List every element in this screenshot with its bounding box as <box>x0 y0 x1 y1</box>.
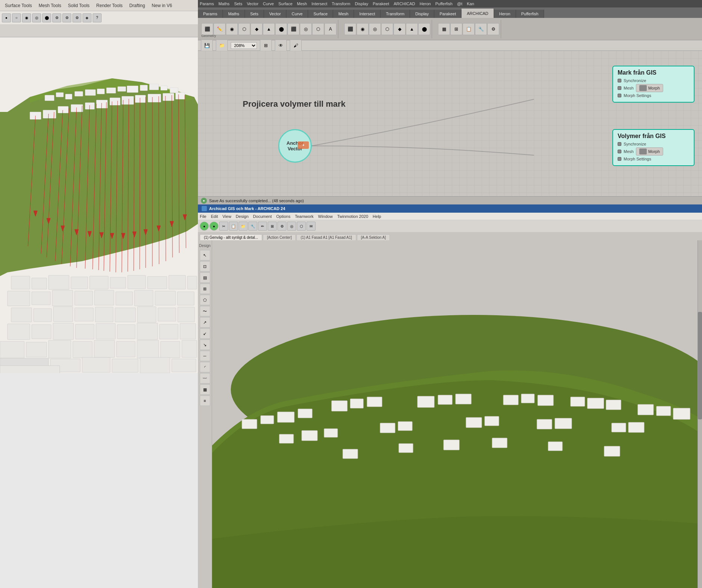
gh-tb-icon-p7[interactable]: ⬤ <box>418 23 430 35</box>
ac-tb-icon-9[interactable]: ⚙ <box>277 222 286 231</box>
ac-menu-document[interactable]: Document <box>253 214 272 219</box>
gh-menu-at[interactable]: @t <box>457 1 462 6</box>
gh-volymer-morph-btn[interactable]: Morph <box>636 147 663 156</box>
gh-menu-heron[interactable]: Heron <box>420 1 431 6</box>
gh-menu-surface[interactable]: Surface <box>278 1 292 6</box>
ac-tb-icon-6[interactable]: 🔧 <box>248 222 257 231</box>
ac-menu-design[interactable]: Design <box>236 214 248 219</box>
gh-tab-mesh[interactable]: Mesh <box>333 10 354 18</box>
rhino-icon-6[interactable]: ⚙ <box>52 13 61 22</box>
gh-menu-intersect[interactable]: Intersect <box>311 1 327 6</box>
ac-tb-icon-5[interactable]: 📁 <box>239 222 248 231</box>
ac-tool-wall[interactable]: ▤ <box>200 272 210 283</box>
gh-mark-morph-settings-port[interactable] <box>618 94 621 97</box>
rhino-icon-7[interactable]: ⚙ <box>62 13 71 22</box>
gh-menu-archicad[interactable]: ARCHICAD <box>394 1 415 6</box>
gh-tb-icon-p4[interactable]: ⬡ <box>381 23 393 35</box>
gh-tb-icon-5[interactable]: ◆ <box>251 23 263 35</box>
gh-menu-curve[interactable]: Curve <box>263 1 274 6</box>
drafting-tab[interactable]: Drafting <box>126 2 148 9</box>
gh-grid-icon[interactable]: ⊞ <box>260 40 272 51</box>
gh-tab-sets[interactable]: Sets <box>245 10 264 18</box>
ac-tool-spline[interactable]: 〰 <box>200 373 210 384</box>
gh-tb-icon-4[interactable]: ⬡ <box>238 23 250 35</box>
gh-mark-node[interactable]: Mark från GIS Synchronize Mesh Morph Mor… <box>612 66 695 103</box>
gh-tab-surface[interactable]: Surface <box>308 10 333 18</box>
ac-tool-arrow1[interactable]: ↗ <box>200 317 210 328</box>
rhino-icon-9[interactable]: ◈ <box>83 13 91 22</box>
gh-mark-morph-btn[interactable]: Morph <box>636 84 663 92</box>
ac-tb-icon-2[interactable]: ● <box>209 222 218 231</box>
ac-menu-help[interactable]: Help <box>373 214 381 219</box>
rhino-icon-1[interactable]: ● <box>2 13 11 22</box>
ac-tb-icon-4[interactable]: 📋 <box>229 222 238 231</box>
ac-menu-options[interactable]: Options <box>276 214 291 219</box>
ac-menu-edit[interactable]: Edit <box>211 214 218 219</box>
gh-tb-icon-i5[interactable]: ⚙ <box>487 23 499 35</box>
ac-tb-icon-1[interactable]: ● <box>200 222 209 231</box>
gh-volymer-morph-settings-port[interactable] <box>618 157 621 161</box>
gh-menu-mesh[interactable]: Mesh <box>297 1 307 6</box>
gh-tb-icon-10[interactable]: ⬡ <box>312 23 324 35</box>
gh-tb-icon-3[interactable]: ◉ <box>226 23 238 35</box>
mesh-tools-tab[interactable]: Mesh Tools <box>36 2 64 9</box>
gh-menu-vector[interactable]: Vector <box>247 1 258 6</box>
gh-tb-icon-1[interactable]: ⬛ <box>201 23 213 35</box>
gh-tab-curve[interactable]: Curve <box>286 10 308 18</box>
ac-3d-viewport[interactable] <box>212 240 702 588</box>
ac-tb-icon-11[interactable]: ⬡ <box>297 222 306 231</box>
gh-canvas[interactable]: Projicera volymer till mark Anchor Vecto… <box>198 51 702 196</box>
rhino-icon-8[interactable]: ⚙ <box>72 13 81 22</box>
gh-tb-icon-i3[interactable]: 📋 <box>463 23 475 35</box>
gh-menu-display[interactable]: Display <box>355 1 368 6</box>
gh-tab-archicad[interactable]: ARCHICAD <box>462 9 494 18</box>
gh-tb-icon-i4[interactable]: 🔧 <box>475 23 487 35</box>
ac-tool-stairs[interactable]: ≡ <box>200 395 210 406</box>
rhino-3d-viewport[interactable] <box>0 37 198 373</box>
gh-menu-pufferfish[interactable]: Pufferfish <box>435 1 453 6</box>
gh-tab-transform[interactable]: Transform <box>380 10 410 18</box>
gh-menu-maths[interactable]: Maths <box>218 1 230 6</box>
ac-tab-genvag[interactable]: (1) Genväg - allt synligt & detal... <box>200 234 262 240</box>
ac-menu-file[interactable]: File <box>200 214 206 219</box>
gh-volymer-mesh-port[interactable] <box>618 150 621 153</box>
ac-menu-view[interactable]: View <box>223 214 232 219</box>
ac-tool-grid[interactable]: ⊞ <box>200 284 210 294</box>
ac-tab-action-center[interactable]: [Action Center] <box>263 234 296 240</box>
gh-tab-maths[interactable]: Maths <box>223 10 245 18</box>
ac-tb-icon-3[interactable]: ✂ <box>219 222 228 231</box>
ac-tool-polygon[interactable]: ⬠ <box>200 295 210 305</box>
gh-tb-icon-9[interactable]: ◎ <box>300 23 312 35</box>
gh-tb-icon-7[interactable]: ⬤ <box>275 23 287 35</box>
gh-tb-icon-11[interactable]: A <box>324 23 336 35</box>
gh-file-icon[interactable]: 📁 <box>216 40 228 51</box>
ac-tool-cursor[interactable]: ↖ <box>200 250 210 260</box>
ac-tool-arc[interactable]: ◜ <box>200 362 210 372</box>
ac-tb-icon-10[interactable]: ◎ <box>287 222 296 231</box>
ac-tab-sektion[interactable]: [A-A Sektion A] <box>357 234 390 240</box>
render-tools-tab[interactable]: Render Tools <box>93 2 126 9</box>
gh-tab-intersect[interactable]: Intersect <box>354 10 380 18</box>
gh-menu-kan[interactable]: Kan <box>467 1 474 6</box>
gh-volymer-node[interactable]: Volymer från GIS Synchronize Mesh Morph … <box>612 129 695 166</box>
ac-menu-twinmotion[interactable]: Twinmotion 2020 <box>337 214 368 219</box>
gh-tb-icon-i2[interactable]: ⊞ <box>450 23 462 35</box>
gh-eye-icon[interactable]: 👁 <box>275 40 287 51</box>
ac-tool-line[interactable]: ─ <box>200 351 210 361</box>
rhino-icon-10[interactable]: ? <box>93 13 102 22</box>
gh-tab-vector[interactable]: Vector <box>264 10 286 18</box>
gh-tab-pufferfish[interactable]: Pufferfish <box>516 10 544 18</box>
gh-tb-icon-p5[interactable]: ◆ <box>394 23 406 35</box>
gh-tb-icon-p3[interactable]: ◎ <box>369 23 381 35</box>
gh-menu-parakeet[interactable]: Parakeet <box>373 1 389 6</box>
gh-menu-params[interactable]: Params <box>200 1 214 6</box>
gh-tb-icon-6[interactable]: ▲ <box>263 23 275 35</box>
solid-tools-tab[interactable]: Solid Tools <box>65 2 93 9</box>
gh-volymer-sync-port[interactable] <box>618 142 621 146</box>
gh-save-icon[interactable]: 💾 <box>201 40 213 51</box>
gh-menu-sets[interactable]: Sets <box>234 1 242 6</box>
ac-tool-freehand[interactable]: 〜 <box>200 306 210 316</box>
gh-tb-icon-8[interactable]: ⬛ <box>288 23 299 35</box>
rhino-icon-3[interactable]: ◉ <box>22 13 31 22</box>
gh-tab-display[interactable]: Display <box>410 10 434 18</box>
